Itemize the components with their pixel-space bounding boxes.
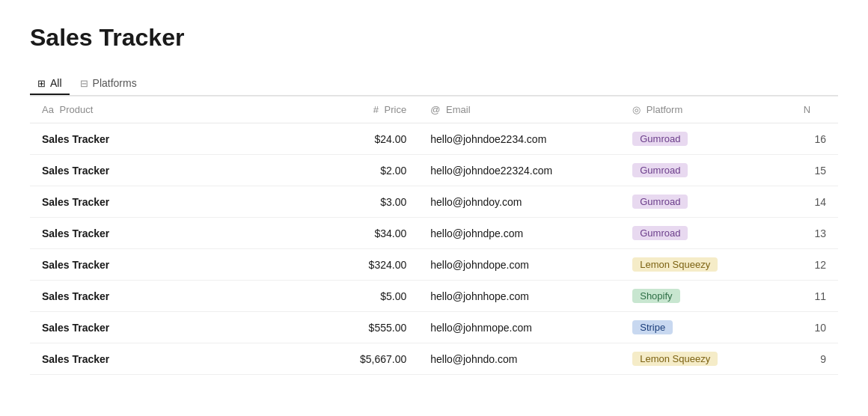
- col-header-number: N: [792, 97, 838, 123]
- tab-all[interactable]: ⊞ All: [30, 73, 70, 95]
- cell-email: hello@johnmope.com: [418, 312, 620, 343]
- cell-platform: Lemon Squeezy: [620, 249, 791, 281]
- col-header-email: @ Email: [418, 97, 620, 123]
- cell-email: hello@johndo.com: [418, 343, 620, 375]
- cell-platform: Gumroad: [620, 123, 791, 155]
- cell-price: $3.00: [278, 186, 418, 218]
- col-header-platform: ◎ Platform: [620, 97, 791, 123]
- cell-number: 11: [792, 281, 838, 312]
- columns-icon: ⊟: [80, 78, 88, 89]
- col-product-icon: Aa: [42, 104, 54, 115]
- cell-email: hello@johndoy.com: [418, 186, 620, 218]
- platform-badge: Lemon Squeezy: [632, 352, 718, 366]
- col-header-product: Aa Product: [30, 97, 278, 123]
- cell-platform: Stripe: [620, 312, 791, 343]
- cell-product: Sales Tracker: [30, 312, 278, 343]
- platform-badge: Shopify: [632, 289, 679, 303]
- col-price-icon: #: [373, 104, 379, 115]
- cell-email: hello@johndoe22324.com: [418, 155, 620, 186]
- platform-badge: Gumroad: [632, 195, 688, 209]
- platform-badge: Gumroad: [632, 226, 688, 240]
- table-row: Sales Tracker$2.00hello@johndoe22324.com…: [30, 155, 838, 186]
- cell-platform: Gumroad: [620, 218, 791, 249]
- tab-all-label: All: [50, 77, 62, 89]
- page-title: Sales Tracker: [30, 24, 838, 52]
- col-platform-icon: ◎: [632, 104, 641, 115]
- cell-number: 14: [792, 186, 838, 218]
- cell-number: 15: [792, 155, 838, 186]
- table-row: Sales Tracker$324.00hello@johndope.comLe…: [30, 249, 838, 281]
- cell-price: $324.00: [278, 249, 418, 281]
- cell-price: $555.00: [278, 312, 418, 343]
- cell-number: 9: [792, 343, 838, 375]
- col-header-price: # Price: [278, 97, 418, 123]
- cell-price: $5.00: [278, 281, 418, 312]
- cell-email: hello@johndoe2234.com: [418, 123, 620, 155]
- sales-table: Aa Product # Price @ Email ◎ Platform N …: [30, 96, 838, 375]
- tab-bar: ⊞ All ⊟ Platforms: [30, 73, 838, 95]
- cell-number: 12: [792, 249, 838, 281]
- cell-price: $2.00: [278, 155, 418, 186]
- cell-price: $34.00: [278, 218, 418, 249]
- table-row: Sales Tracker$24.00hello@johndoe2234.com…: [30, 123, 838, 155]
- cell-email: hello@johnhope.com: [418, 281, 620, 312]
- cell-price: $5,667.00: [278, 343, 418, 375]
- cell-email: hello@johndpe.com: [418, 218, 620, 249]
- cell-product: Sales Tracker: [30, 281, 278, 312]
- platform-badge: Stripe: [632, 320, 673, 334]
- table-row: Sales Tracker$5.00hello@johnhope.comShop…: [30, 281, 838, 312]
- cell-product: Sales Tracker: [30, 343, 278, 375]
- cell-product: Sales Tracker: [30, 155, 278, 186]
- table-header-row: Aa Product # Price @ Email ◎ Platform N: [30, 97, 838, 123]
- cell-price: $24.00: [278, 123, 418, 155]
- cell-platform: Gumroad: [620, 186, 791, 218]
- cell-platform: Lemon Squeezy: [620, 343, 791, 375]
- cell-number: 16: [792, 123, 838, 155]
- tab-platforms-label: Platforms: [93, 77, 137, 89]
- cell-email: hello@johndope.com: [418, 249, 620, 281]
- table-row: Sales Tracker$34.00hello@johndpe.comGumr…: [30, 218, 838, 249]
- platform-badge: Gumroad: [632, 132, 688, 146]
- cell-product: Sales Tracker: [30, 249, 278, 281]
- cell-product: Sales Tracker: [30, 186, 278, 218]
- platform-badge: Lemon Squeezy: [632, 257, 718, 272]
- table-row: Sales Tracker$5,667.00hello@johndo.comLe…: [30, 343, 838, 375]
- cell-number: 13: [792, 218, 838, 249]
- platform-badge: Gumroad: [632, 163, 688, 177]
- col-email-icon: @: [430, 104, 440, 115]
- table-body: Sales Tracker$24.00hello@johndoe2234.com…: [30, 123, 838, 375]
- table-row: Sales Tracker$3.00hello@johndoy.comGumro…: [30, 186, 838, 218]
- tab-platforms[interactable]: ⊟ Platforms: [73, 73, 144, 95]
- cell-product: Sales Tracker: [30, 123, 278, 155]
- table-icon: ⊞: [37, 78, 46, 89]
- cell-product: Sales Tracker: [30, 218, 278, 249]
- cell-platform: Gumroad: [620, 155, 791, 186]
- cell-number: 10: [792, 312, 838, 343]
- cell-platform: Shopify: [620, 281, 791, 312]
- table-row: Sales Tracker$555.00hello@johnmope.comSt…: [30, 312, 838, 343]
